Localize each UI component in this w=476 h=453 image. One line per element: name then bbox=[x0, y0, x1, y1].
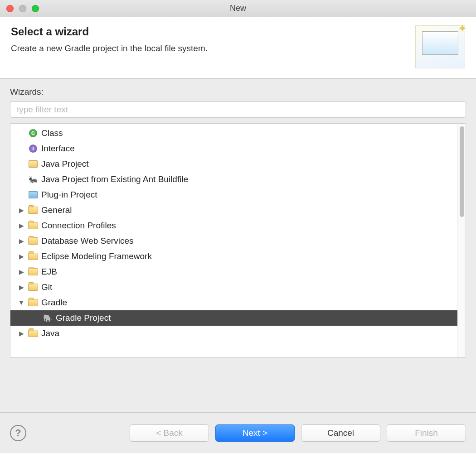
filter-input[interactable] bbox=[10, 101, 466, 118]
tree-item[interactable]: ▶Git bbox=[10, 280, 457, 295]
tree-item[interactable]: CClass bbox=[10, 125, 457, 141]
tree-scroll-area[interactable]: CClassIInterfaceJava Project🐜Java Projec… bbox=[10, 124, 457, 357]
wizard-title: Select a wizard bbox=[11, 25, 208, 38]
tree-item-label: Git bbox=[41, 282, 52, 292]
tree-item[interactable]: 🐜Java Project from Existing Ant Buildfil… bbox=[10, 172, 457, 187]
interface-icon: I bbox=[28, 144, 39, 153]
scrollbar-thumb[interactable] bbox=[460, 126, 464, 217]
tree-item-label: General bbox=[41, 205, 72, 215]
tree-item-label: Java Project bbox=[41, 159, 89, 169]
help-button[interactable]: ? bbox=[10, 425, 26, 441]
expand-arrow-right-icon[interactable]: ▶ bbox=[15, 330, 28, 337]
folder-icon bbox=[28, 206, 39, 215]
ant-icon: 🐜 bbox=[28, 175, 39, 184]
tree-item[interactable]: IInterface bbox=[10, 141, 457, 156]
class-icon: C bbox=[28, 129, 39, 138]
folder-icon bbox=[28, 267, 39, 276]
tree-item[interactable]: ▼Gradle bbox=[10, 295, 457, 310]
expand-arrow-right-icon[interactable]: ▶ bbox=[15, 284, 28, 291]
tree-item[interactable]: ▶EJB bbox=[10, 264, 457, 280]
finish-button[interactable]: Finish bbox=[387, 424, 466, 442]
expand-arrow-right-icon[interactable]: ▶ bbox=[15, 253, 28, 260]
cancel-button[interactable]: Cancel bbox=[301, 424, 380, 442]
tree-item[interactable]: Java Project bbox=[10, 156, 457, 172]
tree-item-label: EJB bbox=[41, 267, 57, 277]
tree-item-label: Interface bbox=[41, 144, 75, 154]
next-button[interactable]: Next > bbox=[215, 424, 295, 442]
scrollbar[interactable] bbox=[457, 124, 466, 357]
folder-icon bbox=[28, 283, 39, 292]
expand-arrow-down-icon[interactable]: ▼ bbox=[15, 299, 28, 306]
wizards-label: Wizards: bbox=[10, 87, 466, 97]
window-title: New bbox=[0, 4, 476, 13]
wizard-subtitle: Create a new Gradle project in the local… bbox=[11, 43, 208, 53]
wizard-header: Select a wizard Create a new Gradle proj… bbox=[0, 17, 476, 79]
plugin-icon bbox=[28, 190, 39, 199]
tree-item-label: Plug-in Project bbox=[41, 190, 97, 200]
tree-item[interactable]: Plug-in Project bbox=[10, 187, 457, 202]
tree-item-label: Gradle bbox=[41, 298, 67, 308]
back-button[interactable]: < Back bbox=[130, 424, 209, 442]
expand-arrow-right-icon[interactable]: ▶ bbox=[15, 222, 28, 229]
tree-item[interactable]: 🐘Gradle Project bbox=[10, 310, 457, 326]
wizard-tree: CClassIInterfaceJava Project🐜Java Projec… bbox=[10, 123, 466, 358]
tree-item[interactable]: ▶Connection Profiles bbox=[10, 218, 457, 233]
expand-arrow-right-icon[interactable]: ▶ bbox=[15, 237, 28, 245]
tree-item[interactable]: ▶General bbox=[10, 202, 457, 218]
tree-item-label: Class bbox=[41, 128, 63, 138]
tree-item-label: Database Web Services bbox=[41, 236, 133, 246]
tree-item[interactable]: ▶Database Web Services bbox=[10, 233, 457, 249]
folder-icon bbox=[28, 236, 39, 246]
folder-icon bbox=[28, 221, 39, 230]
tree-item-label: Eclipse Modeling Framework bbox=[41, 251, 152, 261]
wizard-footer: ? < Back Next > Cancel Finish bbox=[0, 412, 476, 453]
tree-item-label: Java bbox=[41, 328, 59, 338]
tree-item-label: Connection Profiles bbox=[41, 221, 116, 231]
tree-item-label: Java Project from Existing Ant Buildfile bbox=[41, 174, 188, 184]
folder-icon bbox=[28, 329, 39, 338]
gradle-icon: 🐘 bbox=[42, 313, 53, 323]
java-project-icon bbox=[28, 159, 39, 169]
titlebar: New bbox=[0, 0, 476, 17]
expand-arrow-right-icon[interactable]: ▶ bbox=[15, 207, 28, 214]
folder-icon bbox=[28, 252, 39, 261]
folder-icon bbox=[28, 298, 39, 307]
tree-item[interactable]: ▶Eclipse Modeling Framework bbox=[10, 249, 457, 264]
tree-item[interactable]: ▶Java bbox=[10, 326, 457, 341]
expand-arrow-right-icon[interactable]: ▶ bbox=[15, 268, 28, 275]
wizard-body: Wizards: CClassIInterfaceJava Project🐜Ja… bbox=[0, 79, 476, 412]
tree-item-label: Gradle Project bbox=[56, 313, 111, 323]
wizard-banner-icon bbox=[415, 25, 465, 68]
